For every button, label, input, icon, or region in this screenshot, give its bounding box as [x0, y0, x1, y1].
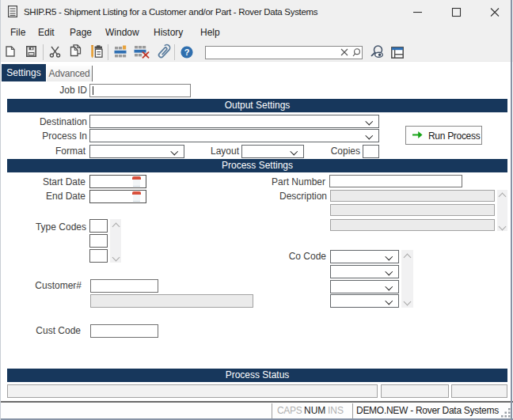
svg-text:?: ? — [184, 47, 190, 57]
